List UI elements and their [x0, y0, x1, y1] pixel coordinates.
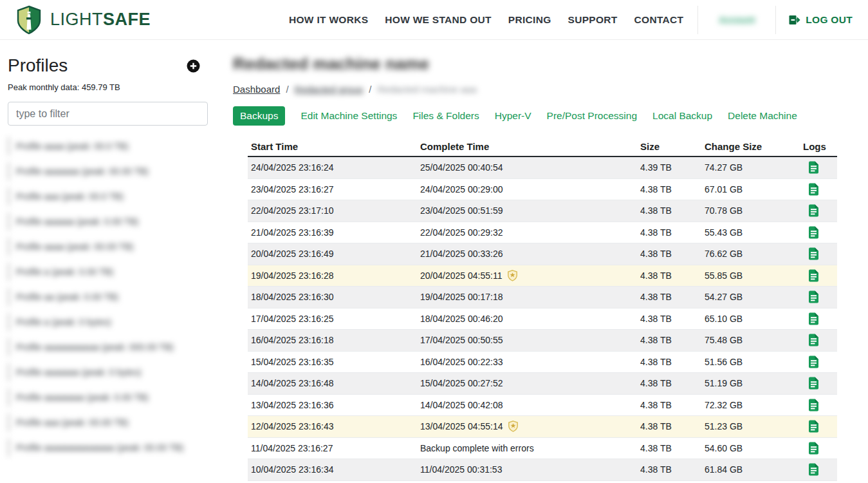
table-header: Start TimeComplete TimeSizeChange SizeLo…	[248, 137, 837, 157]
sidebar-profile-item[interactable]: Profile a (peak: 0.00 TB)	[8, 263, 208, 281]
log-icon-button[interactable]	[803, 442, 819, 455]
log-icon-button[interactable]	[803, 204, 819, 217]
cell-size: 4.38 TB	[637, 270, 701, 281]
sidebar-profile-item[interactable]: Profile a (peak: 0 bytes)	[8, 313, 208, 331]
log-icon-button[interactable]	[803, 463, 819, 476]
log-icon-button[interactable]	[803, 183, 819, 196]
cell-start-time: 21/04/2025 23:16:39	[248, 227, 417, 238]
cell-change-size: 55.43 GB	[701, 227, 800, 238]
cell-complete-time: 19/04/2025 00:17:18	[417, 292, 637, 302]
top-navbar: LIGHTSAFE HOW IT WORKSHOW WE STAND OUTPR…	[0, 0, 868, 40]
cell-change-size: 76.62 GB	[701, 249, 800, 259]
log-icon-button[interactable]	[803, 377, 819, 390]
log-document-icon	[808, 312, 819, 325]
table-row: 22/04/2025 23:17:1023/04/2025 00:51:594.…	[248, 200, 837, 222]
account-username[interactable]: Account	[707, 15, 766, 25]
log-document-icon	[808, 442, 819, 455]
tab-hyper-v[interactable]: Hyper-V	[495, 110, 531, 122]
log-icon-button[interactable]	[803, 269, 819, 282]
account-area: Account LOG OUT	[697, 6, 853, 34]
cell-logs	[800, 355, 837, 368]
breadcrumb-group-link[interactable]: Redacted group	[295, 84, 364, 95]
warning-shield-icon	[508, 421, 518, 432]
cell-size: 4.38 TB	[637, 292, 701, 302]
cell-start-time: 15/04/2025 23:16:35	[248, 357, 417, 367]
log-document-icon	[808, 247, 819, 260]
log-icon-button[interactable]	[803, 334, 819, 346]
log-icon-button[interactable]	[803, 290, 819, 303]
cell-size: 4.38 TB	[637, 205, 701, 216]
column-header: Change Size	[701, 141, 800, 152]
log-icon-button[interactable]	[803, 399, 819, 412]
log-document-icon	[808, 290, 819, 303]
cell-logs	[800, 226, 837, 239]
cell-complete-time: 20/04/2025 04:55:11	[417, 270, 637, 281]
cell-complete-time: 21/04/2025 00:33:26	[417, 249, 637, 259]
sidebar-profile-item[interactable]: Profile aaaa (peak: 00.00 TB)	[8, 238, 208, 256]
cell-size: 4.38 TB	[637, 249, 701, 259]
cell-start-time: 10/04/2025 23:16:34	[248, 464, 417, 475]
logout-button[interactable]: LOG OUT	[789, 14, 853, 26]
cell-start-time: 11/04/2025 23:16:27	[248, 443, 417, 453]
cell-logs	[800, 247, 837, 260]
nav-link-support[interactable]: SUPPORT	[568, 14, 618, 26]
tab-pre-post-processing[interactable]: Pre/Post Processing	[547, 110, 637, 122]
sidebar-profile-item[interactable]: Profile aaaaaaaaaaaaaa (peak: 00.00 TB)	[8, 439, 208, 457]
cell-logs	[800, 399, 837, 412]
log-document-icon	[808, 226, 819, 239]
sidebar-profile-item[interactable]: Profile aaaaaaa (peak: 00.00 TB)	[8, 162, 208, 180]
cell-logs	[800, 204, 837, 217]
tab-edit-machine-settings[interactable]: Edit Machine Settings	[300, 110, 397, 122]
log-icon-button[interactable]	[803, 226, 819, 239]
breadcrumb: Dashboard / Redacted group / Redacted ma…	[233, 84, 868, 94]
cell-size: 4.39 TB	[637, 162, 701, 173]
sidebar-profile-item[interactable]: Profile aaaaaaa (peak: 0 bytes)	[8, 363, 208, 381]
nav-link-how-we-stand-out[interactable]: HOW WE STAND OUT	[385, 14, 492, 26]
nav-link-how-it-works[interactable]: HOW IT WORKS	[289, 14, 368, 26]
logout-label: LOG OUT	[806, 14, 853, 26]
nav-link-pricing[interactable]: PRICING	[508, 14, 551, 26]
cell-change-size: 72.32 GB	[701, 400, 800, 410]
tab-files-folders[interactable]: Files & Folders	[412, 110, 479, 122]
sidebar-profile-item[interactable]: Profile aaaa (peak: 00.0 TB)	[8, 137, 208, 155]
table-row: 21/04/2025 23:16:3922/04/2025 00:29:324.…	[248, 222, 837, 244]
profile-filter-input[interactable]	[8, 102, 208, 126]
cell-size: 4.38 TB	[637, 421, 701, 431]
tab-delete-machine[interactable]: Delete Machine	[728, 110, 797, 122]
log-icon-button[interactable]	[803, 355, 819, 368]
cell-logs	[800, 269, 837, 282]
sidebar-profile-item[interactable]: Profile aaa (peak: 00.0 TB)	[8, 187, 208, 205]
breadcrumb-separator: /	[286, 84, 288, 95]
cell-complete-time: 22/04/2025 00:29:32	[417, 227, 637, 238]
cell-start-time: 22/04/2025 23:17:10	[248, 205, 417, 216]
log-icon-button[interactable]	[803, 247, 819, 260]
log-document-icon	[808, 377, 819, 390]
sidebar-profile-item[interactable]: Profile aa (peak: 0.00 TB)	[8, 288, 208, 306]
cell-complete-time: 23/04/2025 00:51:59	[417, 205, 637, 216]
log-document-icon	[808, 463, 819, 476]
sidebar-profile-item[interactable]: Profile aaaaaaaaaaa (peak: 000.00 TB)	[8, 338, 208, 356]
sidebar-profile-item[interactable]: Profile aaaaaaaa (peak: 0.00 TB)	[8, 388, 208, 406]
cell-size: 4.38 TB	[637, 378, 701, 388]
cell-size: 4.38 TB	[637, 443, 701, 453]
breadcrumb-separator: /	[369, 84, 371, 95]
brand-bold: SAFE	[103, 10, 151, 29]
breadcrumb-dashboard-link[interactable]: Dashboard	[233, 84, 280, 95]
tab-local-backup[interactable]: Local Backup	[652, 110, 712, 122]
cell-size: 4.38 TB	[637, 184, 701, 194]
log-icon-button[interactable]	[803, 420, 819, 433]
cell-complete-time: 13/04/2025 04:55:14	[417, 421, 637, 432]
log-icon-button[interactable]	[803, 161, 819, 174]
table-row: 24/04/2025 23:16:2425/04/2025 00:40:544.…	[248, 157, 837, 179]
log-icon-button[interactable]	[803, 312, 819, 325]
brand-logo[interactable]: LIGHTSAFE	[15, 5, 151, 35]
nav-link-contact[interactable]: CONTACT	[634, 14, 684, 26]
sidebar-profile-item[interactable]: Profile aaaaaa (peak: 0.00 TB)	[8, 213, 208, 231]
machine-tabs: BackupsEdit Machine SettingsFiles & Fold…	[233, 106, 868, 126]
tab-backups[interactable]: Backups	[233, 106, 285, 126]
profiles-sidebar: Profiles Peak monthly data: 459.79 TB Pr…	[0, 40, 222, 483]
add-profile-button[interactable]	[187, 59, 200, 73]
table-row: 14/04/2025 23:16:4815/04/2025 00:27:524.…	[248, 373, 837, 395]
sidebar-profile-item[interactable]: Profile aaa (peak: 00.00 TB)	[8, 413, 208, 431]
table-row: 23/04/2025 23:16:2724/04/2025 00:29:004.…	[248, 179, 837, 201]
